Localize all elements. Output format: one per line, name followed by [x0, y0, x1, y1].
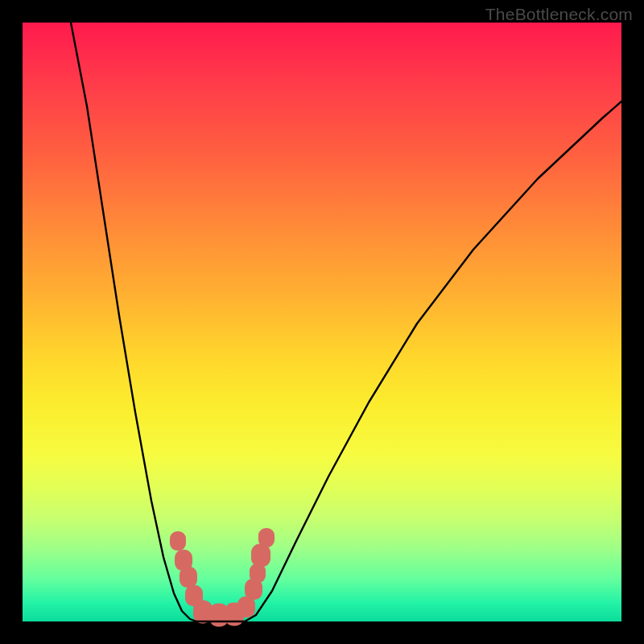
chart-frame: TheBottleneck.com	[0, 0, 644, 644]
data-point	[258, 528, 275, 547]
bottleneck-curve	[71, 23, 621, 621]
data-point	[180, 567, 197, 588]
chart-plot-area	[23, 23, 621, 621]
chart-svg	[23, 23, 621, 621]
data-point	[170, 531, 186, 551]
watermark-text: TheBottleneck.com	[485, 5, 633, 24]
